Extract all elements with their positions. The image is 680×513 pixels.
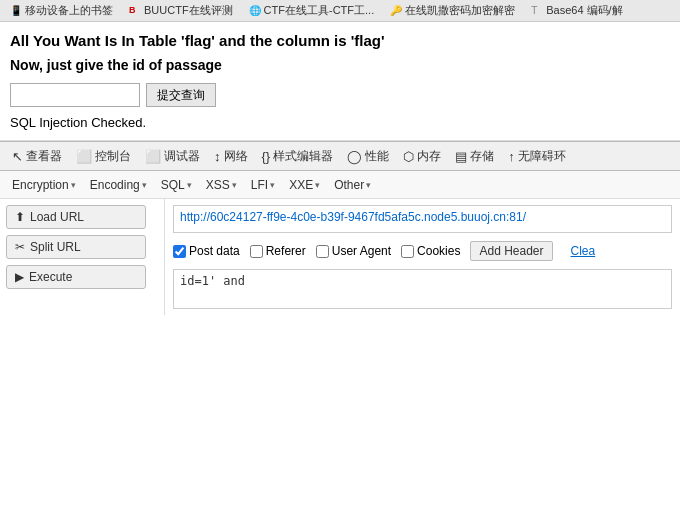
devtools-style-editor[interactable]: {} 样式编辑器	[256, 145, 340, 168]
tab-ctf-label: CTF在线工具-CTF工...	[264, 3, 375, 18]
encrypt-favicon: 🔑	[390, 5, 402, 17]
devtools-inspector[interactable]: ↖ 查看器	[6, 145, 68, 168]
page-content: All You Want Is In Table 'flag' and the …	[0, 22, 680, 141]
console-icon: ⬜	[76, 149, 92, 164]
tab-bookmarks[interactable]: 📱 移动设备上的书签	[4, 1, 119, 20]
hackbar-main: ⬆ Load URL ✂ Split URL ▶ Execute http://…	[0, 199, 680, 315]
devtools-console[interactable]: ⬜ 控制台	[70, 145, 137, 168]
memory-label: 内存	[417, 148, 441, 165]
status-text: SQL Injection Checked.	[10, 115, 670, 130]
xss-label: XSS	[206, 178, 230, 192]
page-subtitle: Now, just give the id of passage	[10, 57, 670, 73]
id-input[interactable]	[10, 83, 140, 107]
xss-dropdown[interactable]: XSS ▾	[200, 175, 243, 195]
tab-online-encrypt[interactable]: 🔑 在线凯撒密码加密解密	[384, 1, 521, 20]
encryption-dropdown[interactable]: Encryption ▾	[6, 175, 82, 195]
user-agent-checkbox[interactable]	[316, 245, 329, 258]
bookmark-favicon: 📱	[10, 5, 22, 17]
lfi-arrow: ▾	[270, 180, 275, 190]
inspector-icon: ↖	[12, 149, 23, 164]
execute-button[interactable]: ▶ Execute	[6, 265, 146, 289]
hackbar-sidebar: ⬆ Load URL ✂ Split URL ▶ Execute	[0, 199, 165, 315]
network-label: 网络	[224, 148, 248, 165]
console-label: 控制台	[95, 148, 131, 165]
lfi-label: LFI	[251, 178, 268, 192]
style-label: 样式编辑器	[273, 148, 333, 165]
referer-label: Referer	[266, 244, 306, 258]
xxe-arrow: ▾	[315, 180, 320, 190]
load-url-button[interactable]: ⬆ Load URL	[6, 205, 146, 229]
accessibility-icon: ↑	[508, 149, 515, 164]
base64-favicon: T	[531, 5, 543, 17]
debugger-icon: ⬜	[145, 149, 161, 164]
tab-buuoj[interactable]: B BUUCTF在线评测	[123, 1, 239, 20]
accessibility-label: 无障碍环	[518, 148, 566, 165]
referer-checkbox-label[interactable]: Referer	[250, 244, 306, 258]
tab-base64[interactable]: T Base64 编码/解	[525, 1, 628, 20]
inspector-label: 查看器	[26, 148, 62, 165]
user-agent-label: User Agent	[332, 244, 391, 258]
split-url-label: Split URL	[30, 240, 81, 254]
load-url-label: Load URL	[30, 210, 84, 224]
encryption-arrow: ▾	[71, 180, 76, 190]
buuoj-favicon: B	[129, 5, 141, 17]
style-icon: {}	[262, 149, 271, 164]
devtools-debugger[interactable]: ⬜ 调试器	[139, 145, 206, 168]
other-label: Other	[334, 178, 364, 192]
tab-base64-label: Base64 编码/解	[546, 3, 622, 18]
tab-bar: 📱 移动设备上的书签 B BUUCTF在线评测 🌐 CTF在线工具-CTF工..…	[0, 0, 680, 22]
tab-buuoj-label: BUUCTF在线评测	[144, 3, 233, 18]
query-form: 提交查询	[10, 83, 670, 107]
referer-checkbox[interactable]	[250, 245, 263, 258]
hackbar-toolbar: Encryption ▾ Encoding ▾ SQL ▾ XSS ▾ LFI …	[0, 171, 680, 199]
storage-label: 存储	[470, 148, 494, 165]
cookies-label: Cookies	[417, 244, 460, 258]
hackbar-right: http://60c24127-ff9e-4c0e-b39f-9467fd5af…	[165, 199, 680, 315]
post-data-area[interactable]: id=1' and	[173, 269, 672, 309]
devtools-network[interactable]: ↕ 网络	[208, 145, 254, 168]
encoding-dropdown[interactable]: Encoding ▾	[84, 175, 153, 195]
ctf-favicon: 🌐	[249, 5, 261, 17]
perf-label: 性能	[365, 148, 389, 165]
network-icon: ↕	[214, 149, 221, 164]
encoding-label: Encoding	[90, 178, 140, 192]
devtools-performance[interactable]: ◯ 性能	[341, 145, 395, 168]
encryption-label: Encryption	[12, 178, 69, 192]
xxe-label: XXE	[289, 178, 313, 192]
cookies-checkbox-label[interactable]: Cookies	[401, 244, 460, 258]
split-url-icon: ✂	[15, 240, 25, 254]
xxe-dropdown[interactable]: XXE ▾	[283, 175, 326, 195]
debugger-label: 调试器	[164, 148, 200, 165]
perf-icon: ◯	[347, 149, 362, 164]
add-header-button[interactable]: Add Header	[470, 241, 552, 261]
clear-button[interactable]: Clea	[563, 242, 604, 260]
lfi-dropdown[interactable]: LFI ▾	[245, 175, 281, 195]
storage-icon: ▤	[455, 149, 467, 164]
page-title: All You Want Is In Table 'flag' and the …	[10, 32, 670, 49]
tab-encrypt-label: 在线凯撒密码加密解密	[405, 3, 515, 18]
xss-arrow: ▾	[232, 180, 237, 190]
devtools-accessibility[interactable]: ↑ 无障碍环	[502, 145, 572, 168]
cookies-checkbox[interactable]	[401, 245, 414, 258]
other-dropdown[interactable]: Other ▾	[328, 175, 377, 195]
devtools-memory[interactable]: ⬡ 内存	[397, 145, 447, 168]
user-agent-checkbox-label[interactable]: User Agent	[316, 244, 391, 258]
submit-button[interactable]: 提交查询	[146, 83, 216, 107]
load-url-icon: ⬆	[15, 210, 25, 224]
sql-label: SQL	[161, 178, 185, 192]
url-display[interactable]: http://60c24127-ff9e-4c0e-b39f-9467fd5af…	[173, 205, 672, 233]
devtools-bar: ↖ 查看器 ⬜ 控制台 ⬜ 调试器 ↕ 网络 {} 样式编辑器 ◯ 性能 ⬡ 内…	[0, 141, 680, 171]
sql-dropdown[interactable]: SQL ▾	[155, 175, 198, 195]
memory-icon: ⬡	[403, 149, 414, 164]
tab-bookmarks-label: 移动设备上的书签	[25, 3, 113, 18]
post-data-checkbox-label[interactable]: Post data	[173, 244, 240, 258]
split-url-button[interactable]: ✂ Split URL	[6, 235, 146, 259]
tab-ctf-tools[interactable]: 🌐 CTF在线工具-CTF工...	[243, 1, 381, 20]
execute-label: Execute	[29, 270, 72, 284]
devtools-storage[interactable]: ▤ 存储	[449, 145, 500, 168]
encoding-arrow: ▾	[142, 180, 147, 190]
post-data-checkbox[interactable]	[173, 245, 186, 258]
execute-icon: ▶	[15, 270, 24, 284]
options-row: Post data Referer User Agent Cookies Add…	[173, 241, 672, 261]
sql-arrow: ▾	[187, 180, 192, 190]
